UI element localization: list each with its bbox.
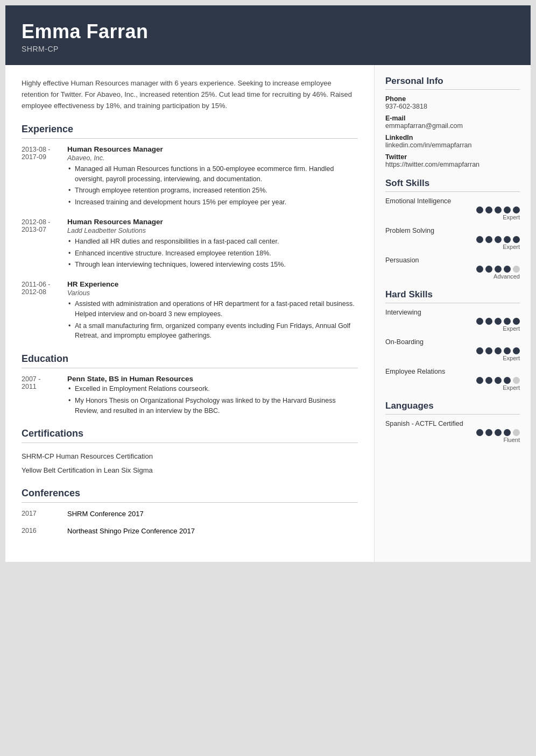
hard-skills-list: InterviewingExpertOn-BoardingExpertEmplo… xyxy=(385,309,520,391)
left-column: Highly effective Human Resources manager… xyxy=(5,65,375,562)
summary: Highly effective Human Resources manager… xyxy=(22,78,358,111)
dot-filled xyxy=(485,377,492,384)
bullet-item: Through employee retention programs, inc… xyxy=(67,186,358,196)
languages-divider xyxy=(385,414,520,415)
entry-title: Penn State, BS in Human Resources xyxy=(67,375,358,383)
languages-list: Spanish - ACTFL CertifiedFluent xyxy=(385,420,520,443)
dot-empty xyxy=(513,429,520,436)
dot-filled xyxy=(504,377,511,384)
experience-entries: 2013-08 - 2017-09Human Resources Manager… xyxy=(22,145,358,343)
skill-level-label: Expert xyxy=(387,214,520,220)
entry-subtitle: Various xyxy=(67,289,358,297)
dot-filled xyxy=(504,206,511,213)
dot-filled xyxy=(485,266,492,273)
skill-item: Emotional IntelligenceExpert xyxy=(385,197,520,220)
personal-info-title: Personal Info xyxy=(385,76,520,87)
dot-filled xyxy=(495,429,502,436)
resume-container: Emma Farran SHRM-CP Highly effective Hum… xyxy=(5,5,531,562)
dot-filled xyxy=(476,266,483,273)
certification-item: Yellow Belt Certification in Lean Six Si… xyxy=(22,463,358,477)
entry-content: HR ExperienceVariousAssisted with admini… xyxy=(67,280,358,343)
entry: 2011-06 - 2012-08HR ExperienceVariousAss… xyxy=(22,280,358,343)
conferences-title: Conferences xyxy=(22,488,358,499)
soft-skills-divider xyxy=(385,191,520,192)
bullet-item: Through lean interviewing techniques, lo… xyxy=(67,260,358,270)
entry-subtitle: Ladd Leadbetter Solutions xyxy=(67,227,358,234)
skill-level-label: Expert xyxy=(387,384,520,391)
skill-level-label: Advanced xyxy=(387,273,520,280)
dot-filled xyxy=(485,236,492,243)
skill-name: On-Boarding xyxy=(385,338,520,346)
hard-skills-divider xyxy=(385,303,520,303)
dot-filled xyxy=(476,429,483,436)
dot-filled xyxy=(485,347,492,354)
entry: 2012-08 - 2013-07Human Resources Manager… xyxy=(22,218,358,272)
dot-filled xyxy=(495,347,502,354)
phone-value: 937-602-3818 xyxy=(385,103,520,110)
conference-name: SHRM Conference 2017 xyxy=(67,509,358,518)
bullet-item: My Honors Thesis on Organizational Psych… xyxy=(67,396,358,416)
personal-info-divider xyxy=(385,89,520,90)
skill-item: Problem SolvingExpert xyxy=(385,227,520,250)
conference-entry: 2016Northeast Shingo Prize Conference 20… xyxy=(22,526,358,535)
skill-dots-row xyxy=(385,318,520,325)
bullet-item: Excelled in Employment Relations courseo… xyxy=(67,384,358,394)
skill-dots-row xyxy=(385,206,520,213)
certifications-section: Certifications SHRM-CP Human Resources C… xyxy=(22,428,358,477)
education-section: Education 2007 - 2011Penn State, BS in H… xyxy=(22,353,358,417)
skill-name: Spanish - ACTFL Certified xyxy=(385,420,520,427)
entry-dates: 2012-08 - 2013-07 xyxy=(22,218,67,272)
dot-filled xyxy=(476,318,483,325)
header: Emma Farran SHRM-CP xyxy=(5,5,531,65)
skill-name: Employee Relations xyxy=(385,368,520,375)
entry-bullets: Handled all HR duties and responsibiliti… xyxy=(67,237,358,270)
skill-dots-row xyxy=(385,236,520,243)
right-column: Personal Info Phone 937-602-3818 E-mail … xyxy=(375,65,531,562)
dot-filled xyxy=(513,347,520,354)
education-entries: 2007 - 2011Penn State, BS in Human Resou… xyxy=(22,375,358,417)
entry-title: Human Resources Manager xyxy=(67,218,358,226)
skill-item: InterviewingExpert xyxy=(385,309,520,332)
skill-item: Spanish - ACTFL CertifiedFluent xyxy=(385,420,520,443)
conferences-entries: 2017SHRM Conference 20172016Northeast Sh… xyxy=(22,509,358,535)
candidate-title: SHRM-CP xyxy=(22,45,514,53)
hard-skills-section: Hard Skills InterviewingExpertOn-Boardin… xyxy=(385,289,520,391)
linkedin-item: LinkedIn linkedin.com/in/emmapfarran xyxy=(385,134,520,149)
entry-bullets: Managed all Human Resources functions in… xyxy=(67,164,358,208)
bullet-item: Assisted with administration and operati… xyxy=(67,299,358,319)
email-label: E-mail xyxy=(385,115,520,122)
email-item: E-mail emmapfarran@gmail.com xyxy=(385,115,520,130)
entry-dates: 2011-06 - 2012-08 xyxy=(22,280,67,343)
dot-filled xyxy=(476,347,483,354)
bullet-item: At a small manufacturing firm, organized… xyxy=(67,321,358,341)
education-divider xyxy=(22,368,358,368)
phone-item: Phone 937-602-3818 xyxy=(385,95,520,110)
soft-skills-title: Soft Skills xyxy=(385,178,520,189)
linkedin-label: LinkedIn xyxy=(385,134,520,141)
dot-filled xyxy=(504,429,511,436)
phone-label: Phone xyxy=(385,95,520,103)
dot-filled xyxy=(485,318,492,325)
bullet-item: Increased training and development hours… xyxy=(67,197,358,208)
entry-title: Human Resources Manager xyxy=(67,145,358,153)
email-value: emmapfarran@gmail.com xyxy=(385,122,520,130)
entry-dates: 2007 - 2011 xyxy=(22,375,67,417)
certifications-list: SHRM-CP Human Resources CertificationYel… xyxy=(22,450,358,477)
entry-dates: 2013-08 - 2017-09 xyxy=(22,145,67,209)
entry-content: Penn State, BS in Human ResourcesExcelle… xyxy=(67,375,358,417)
dot-filled xyxy=(504,318,511,325)
entry-title: HR Experience xyxy=(67,280,358,288)
candidate-name: Emma Farran xyxy=(22,20,514,42)
conference-year: 2017 xyxy=(22,509,67,518)
skill-level-label: Expert xyxy=(387,355,520,361)
skill-level-label: Expert xyxy=(387,244,520,250)
conferences-section: Conferences 2017SHRM Conference 20172016… xyxy=(22,488,358,535)
dot-filled xyxy=(513,236,520,243)
skill-level-label: Expert xyxy=(387,325,520,332)
skill-name: Persuasion xyxy=(385,256,520,264)
entry: 2013-08 - 2017-09Human Resources Manager… xyxy=(22,145,358,209)
soft-skills-section: Soft Skills Emotional IntelligenceExpert… xyxy=(385,178,520,280)
dot-filled xyxy=(485,429,492,436)
certification-item: SHRM-CP Human Resources Certification xyxy=(22,450,358,463)
entry-bullets: Excelled in Employment Relations courseo… xyxy=(67,384,358,416)
